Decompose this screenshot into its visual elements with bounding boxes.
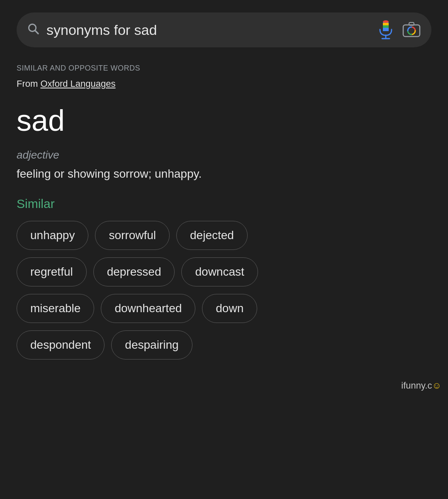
chip-despondent[interactable]: despondent <box>17 330 105 360</box>
source-line: From Oxford Languages <box>17 78 431 89</box>
chip-sorrowful[interactable]: sorrowful <box>95 221 170 250</box>
chips-row-2: miserabledownhearteddown <box>17 294 431 323</box>
chips-row-0: unhappysorrowfuldejected <box>17 221 431 250</box>
svg-rect-6 <box>383 23 389 25</box>
search-query[interactable]: synonyms for sad <box>46 22 370 38</box>
watermark: ifunny.c☺ <box>0 376 448 391</box>
definition: feeling or showing sorrow; unhappy. <box>17 166 431 182</box>
svg-rect-5 <box>383 20 389 23</box>
chip-downcast[interactable]: downcast <box>181 257 258 286</box>
chips-row-1: regretfuldepresseddowncast <box>17 257 431 286</box>
watermark-text: ifunny.c☺ <box>401 380 441 391</box>
section-header: SIMILAR AND OPPOSITE WORDS <box>17 64 431 73</box>
similar-label: Similar <box>17 197 431 211</box>
svg-rect-9 <box>383 28 389 31</box>
chip-unhappy[interactable]: unhappy <box>17 221 88 250</box>
mic-icon[interactable] <box>377 21 395 39</box>
chip-despairing[interactable]: despairing <box>111 330 192 360</box>
search-icon <box>27 22 40 38</box>
source-link[interactable]: Oxford Languages <box>40 78 115 89</box>
chip-dejected[interactable]: dejected <box>176 221 248 250</box>
main-word: sad <box>17 104 431 137</box>
source-prefix: From <box>17 78 40 89</box>
chips-container: unhappysorrowfuldejectedregretfuldepress… <box>17 221 431 360</box>
chip-miserable[interactable]: miserable <box>17 294 94 323</box>
chip-downhearted[interactable]: downhearted <box>101 294 195 323</box>
part-of-speech: adjective <box>17 149 431 161</box>
chip-depressed[interactable]: depressed <box>93 257 175 286</box>
chips-row-3: despondentdespairing <box>17 330 431 360</box>
svg-line-1 <box>35 30 38 33</box>
search-bar[interactable]: synonyms for sad <box>17 12 431 47</box>
svg-rect-7 <box>383 25 389 28</box>
page-container: synonyms for sad <box>0 0 448 376</box>
camera-icon[interactable] <box>402 20 421 40</box>
chip-regretful[interactable]: regretful <box>17 257 87 286</box>
chip-down[interactable]: down <box>202 294 257 323</box>
